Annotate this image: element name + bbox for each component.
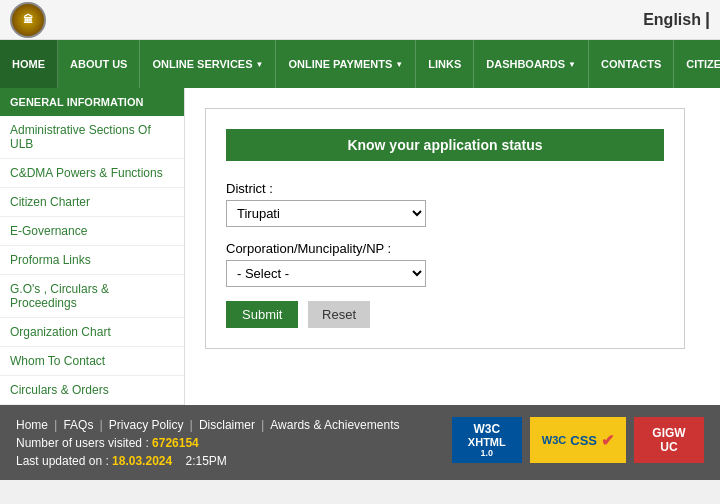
footer-link-home[interactable]: Home: [16, 418, 48, 432]
nav-label-online-payments: ONLINE PAYMENTS: [288, 58, 392, 70]
nav-item-online-services[interactable]: ONLINE SERVICES ▼: [140, 40, 276, 88]
nav-label-online-services: ONLINE SERVICES: [152, 58, 252, 70]
submit-button[interactable]: Submit: [226, 301, 298, 328]
language-selector[interactable]: English |: [643, 9, 710, 30]
sidebar-item-citizen-charter[interactable]: Citizen Charter: [0, 188, 184, 217]
xhtml-badge: W3C XHTML 1.0: [452, 417, 522, 463]
footer-link-awards[interactable]: Awards & Achievements: [270, 418, 399, 432]
footer-links: Home | FAQs | Privacy Policy | Disclaime…: [16, 417, 399, 432]
district-group: District : Tirupati Hyderabad Visakhapat…: [226, 181, 664, 227]
nav-label-links: LINKS: [428, 58, 461, 70]
nav-label-home: HOME: [12, 58, 45, 70]
css-badge: W3C CSS ✔: [530, 417, 626, 463]
update-date: 18.03.2024: [112, 454, 172, 468]
language-label: English: [643, 11, 701, 29]
sidebar-item-proforma-links[interactable]: Proforma Links: [0, 246, 184, 275]
district-label: District :: [226, 181, 664, 196]
corporation-select[interactable]: - Select -: [226, 260, 426, 287]
form-title: Know your application status: [226, 129, 664, 161]
form-actions: Submit Reset: [226, 301, 664, 328]
chevron-down-icon: ▼: [256, 60, 264, 69]
chevron-down-icon: ▼: [568, 60, 576, 69]
footer-link-disclaimer[interactable]: Disclaimer: [199, 418, 255, 432]
sidebar-item-gos[interactable]: G.O's , Circulars & Proceedings: [0, 275, 184, 318]
sidebar-item-circulars[interactable]: Circulars & Orders: [0, 376, 184, 405]
update-time: 2:15PM: [186, 454, 227, 468]
footer-badges: W3C XHTML 1.0 W3C CSS ✔ GIGW UC: [452, 417, 704, 463]
update-prefix: Last updated on :: [16, 454, 109, 468]
sidebar-header: GENERAL INFORMATION: [0, 88, 184, 116]
main-layout: GENERAL INFORMATION Administrative Secti…: [0, 88, 720, 405]
corporation-label: Corporation/Muncipality/NP :: [226, 241, 664, 256]
logo-area: 🏛: [10, 2, 46, 38]
corporation-group: Corporation/Muncipality/NP : - Select -: [226, 241, 664, 287]
nav-item-dashboards[interactable]: DASHBOARDS ▼: [474, 40, 589, 88]
sidebar-item-admin-sections[interactable]: Administrative Sections Of ULB: [0, 116, 184, 159]
footer-left: Home | FAQs | Privacy Policy | Disclaime…: [16, 417, 399, 468]
district-select[interactable]: Tirupati Hyderabad Visakhapatnam: [226, 200, 426, 227]
sidebar-item-org-chart[interactable]: Organization Chart: [0, 318, 184, 347]
content-area: Know your application status District : …: [185, 88, 720, 405]
chevron-down-icon: ▼: [395, 60, 403, 69]
sidebar-item-cdma[interactable]: C&DMA Powers & Functions: [0, 159, 184, 188]
visitor-prefix: Number of users visited :: [16, 436, 149, 450]
footer-link-faqs[interactable]: FAQs: [63, 418, 93, 432]
sidebar-item-egovernance[interactable]: E-Governance: [0, 217, 184, 246]
visitor-count: 6726154: [152, 436, 199, 450]
main-nav: HOME ABOUT US ONLINE SERVICES ▼ ONLINE P…: [0, 40, 720, 88]
nav-item-online-payments[interactable]: ONLINE PAYMENTS ▼: [276, 40, 416, 88]
sidebar-item-whom-to-contact[interactable]: Whom To Contact: [0, 347, 184, 376]
logo-icon: 🏛: [10, 2, 46, 38]
gigw-badge: GIGW UC: [634, 417, 704, 463]
top-bar: 🏛 English |: [0, 0, 720, 40]
nav-item-about-us[interactable]: ABOUT US: [58, 40, 140, 88]
nav-item-contacts[interactable]: CONTACTS: [589, 40, 674, 88]
lang-separator: |: [705, 9, 710, 30]
reset-button[interactable]: Reset: [308, 301, 370, 328]
nav-label-citizen-login: CITIZEN LOGIN: [686, 58, 720, 70]
update-info: Last updated on : 18.03.2024 2:15PM: [16, 454, 399, 468]
nav-item-home[interactable]: HOME: [0, 40, 58, 88]
nav-item-citizen-login[interactable]: CITIZEN LOGIN: [674, 40, 720, 88]
footer: Home | FAQs | Privacy Policy | Disclaime…: [0, 405, 720, 480]
sidebar: GENERAL INFORMATION Administrative Secti…: [0, 88, 185, 405]
nav-label-contacts: CONTACTS: [601, 58, 661, 70]
nav-label-dashboards: DASHBOARDS: [486, 58, 565, 70]
visitor-info: Number of users visited : 6726154: [16, 436, 399, 450]
nav-label-about-us: ABOUT US: [70, 58, 127, 70]
nav-item-links[interactable]: LINKS: [416, 40, 474, 88]
footer-link-privacy[interactable]: Privacy Policy: [109, 418, 184, 432]
application-status-form: Know your application status District : …: [205, 108, 685, 349]
